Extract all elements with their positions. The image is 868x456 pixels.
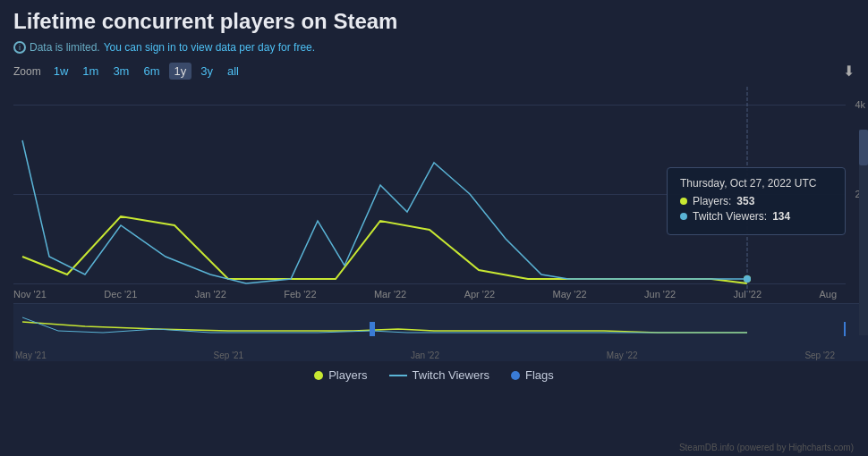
x-label-nov21: Nov '21 [13, 289, 47, 300]
zoom-6m[interactable]: 6m [138, 63, 165, 80]
scrollbar-thumb[interactable] [859, 130, 868, 165]
tooltip-players-row: Players: 353 [680, 195, 832, 207]
tooltip-players-value: 353 [736, 195, 754, 207]
mini-x-axis: May '21 Sep '21 Jan '22 May '22 Sep '22 [13, 350, 837, 360]
tooltip-twitch-label: Twitch Viewers: [693, 210, 767, 223]
x-label-jan22: Jan '22 [195, 289, 226, 300]
tooltip-twitch-value: 134 [772, 210, 790, 223]
zoom-bar: Zoom 1w 1m 3m 6m 1y 3y all ⬇ [13, 63, 855, 80]
notice-icon: i [13, 41, 26, 54]
twitch-line [22, 140, 747, 283]
legend-players-icon [314, 371, 323, 380]
zoom-1y[interactable]: 1y [169, 63, 192, 80]
chart-legend: Players Twitch Viewers Flags [13, 368, 855, 382]
legend-players: Players [314, 368, 367, 382]
mini-flag-1 [370, 322, 375, 336]
mini-chart-svg [13, 304, 846, 353]
x-label-may22: May '22 [553, 289, 587, 300]
tooltip-date: Thursday, Oct 27, 2022 UTC [680, 177, 832, 190]
x-label-aug22: Aug [819, 289, 837, 300]
data-notice: i Data is limited. You can sign in to vi… [13, 41, 855, 54]
attribution: SteamDB.info (powered by Highcharts.com) [679, 443, 854, 452]
tooltip-players-label: Players: [693, 195, 731, 207]
x-label-jun22: Jun '22 [644, 289, 676, 300]
players-line [22, 216, 747, 283]
zoom-label: Zoom [13, 65, 41, 78]
zoom-all[interactable]: all [222, 63, 244, 80]
legend-twitch-icon [389, 375, 407, 376]
notice-text: Data is limited. [30, 41, 100, 54]
mini-chart: May '21 Sep '21 Jan '22 May '22 Sep '22 [13, 303, 868, 361]
mini-x-may22: May '22 [607, 350, 638, 360]
tooltip-twitch-row: Twitch Viewers: 134 [680, 210, 832, 223]
zoom-1m[interactable]: 1m [77, 63, 104, 80]
sign-in-link[interactable]: You can sign in to view data per day for… [104, 41, 315, 54]
x-label-apr22: Apr '22 [464, 289, 496, 300]
scrollbar-track[interactable] [859, 130, 868, 335]
main-container: Lifetime concurrent players on Steam i D… [0, 0, 868, 456]
x-label-mar22: Mar '22 [374, 289, 406, 300]
mini-x-may21: May '21 [15, 350, 47, 360]
twitch-tooltip-dot [744, 275, 751, 283]
x-label-jul22: Jul '22 [734, 289, 762, 300]
zoom-1w[interactable]: 1w [48, 63, 74, 80]
mini-x-sep21: Sep '21 [214, 350, 244, 360]
zoom-3y[interactable]: 3y [195, 63, 218, 80]
legend-flags-label: Flags [525, 368, 554, 382]
legend-twitch: Twitch Viewers [389, 368, 489, 382]
zoom-3m[interactable]: 3m [107, 63, 134, 80]
legend-flags: Flags [511, 368, 554, 382]
mini-flag-2 [844, 322, 846, 336]
legend-twitch-label: Twitch Viewers [413, 368, 489, 382]
mini-twitch-line [22, 317, 747, 333]
x-axis: Nov '21 Dec '21 Jan '22 Feb '22 Mar '22 … [13, 289, 837, 300]
download-button[interactable]: ⬇ [843, 63, 855, 80]
mini-x-jan22: Jan '22 [411, 350, 439, 360]
main-chart: 4k 2k Nov '21 Dec '21 Jan '22 Feb '22 Ma… [13, 87, 868, 301]
players-dot [680, 198, 687, 205]
x-label-feb22: Feb '22 [284, 289, 316, 300]
legend-players-label: Players [328, 368, 367, 382]
chart-tooltip: Thursday, Oct 27, 2022 UTC Players: 353 … [667, 167, 846, 235]
mini-x-sep22: Sep '22 [804, 350, 835, 360]
legend-flags-icon [511, 371, 520, 380]
twitch-dot [680, 213, 687, 220]
x-label-dec21: Dec '21 [104, 289, 137, 300]
y-label-4k: 4k [855, 99, 865, 110]
page-title: Lifetime concurrent players on Steam [13, 9, 855, 34]
